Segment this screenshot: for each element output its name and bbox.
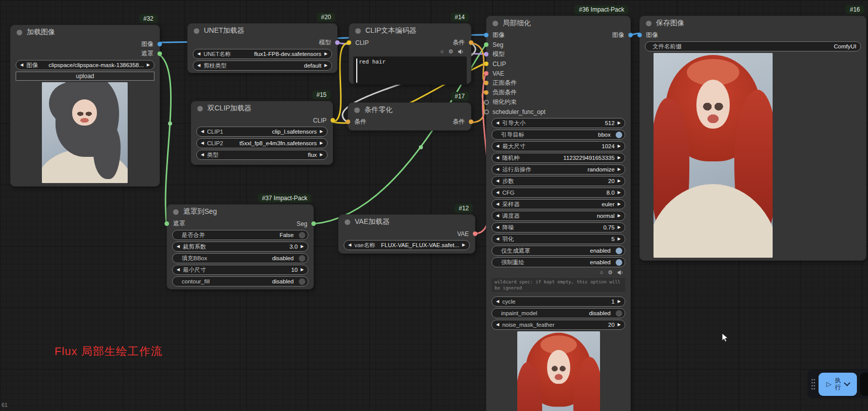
speaker-icon[interactable]	[458, 49, 464, 54]
next-arrow-icon[interactable]: ▶	[320, 130, 323, 134]
output-dot-model[interactable]	[335, 40, 340, 45]
prev-arrow-icon[interactable]: ◀	[496, 191, 499, 195]
input-dot-image[interactable]	[484, 33, 489, 37]
filename-prefix-widget[interactable]: 文件名前缀 ComfyUI	[645, 41, 861, 51]
next-arrow-icon[interactable]: ▶	[320, 141, 323, 145]
next-arrow-icon[interactable]: ▶	[301, 245, 304, 249]
toggle-knob[interactable]	[616, 132, 622, 138]
prev-arrow-icon[interactable]: ◀	[177, 245, 180, 249]
next-arrow-icon[interactable]: ▶	[618, 237, 621, 241]
next-arrow-icon[interactable]: ▶	[618, 323, 621, 327]
settings-gear-icon[interactable]: ⚙	[448, 48, 453, 55]
collapse-dot-icon[interactable]	[194, 28, 199, 34]
next-arrow-icon[interactable]: ▶	[324, 52, 328, 56]
node-vae-loader[interactable]: #12 VAE加载器 VAE ◀ vae名称 FLUX-VAE_FLUX-VAE…	[338, 214, 475, 254]
input-dot-clip[interactable]	[484, 62, 489, 66]
max-size-widget[interactable]: ◀ 最大尺寸 1024 ▶	[492, 141, 625, 151]
node-conditioning-zero-out[interactable]: #17 条件零化 条件 条件	[348, 102, 471, 131]
toggle-knob[interactable]	[299, 278, 305, 285]
scheduler-widget[interactable]: ◀ 调度器 normal ▶	[492, 211, 625, 221]
toggle-knob[interactable]	[299, 255, 305, 262]
prev-arrow-icon[interactable]: ◀	[496, 121, 499, 125]
next-arrow-icon[interactable]: ▶	[618, 144, 621, 148]
drop-size-widget[interactable]: ◀ 最小尺寸 10 ▶	[172, 265, 308, 275]
next-arrow-icon[interactable]: ▶	[618, 300, 621, 304]
next-arrow-icon[interactable]: ▶	[301, 268, 304, 272]
node-save-image[interactable]: #16 保存图像 图像 文件名前缀 ComfyUI	[639, 16, 866, 261]
input-dot-scheduler-func[interactable]	[484, 109, 489, 114]
prev-arrow-icon[interactable]: ◀	[496, 225, 499, 229]
prev-arrow-icon[interactable]: ◀	[197, 64, 200, 68]
next-arrow-icon[interactable]: ▶	[618, 167, 621, 171]
input-dot-model[interactable]	[484, 52, 489, 56]
node-mask-to-segs[interactable]: #37 Impact-Pack 遮罩到Seg 遮罩 Seg 是否合并 False…	[167, 204, 314, 289]
prompt-textarea[interactable]: red hair	[353, 56, 467, 85]
next-arrow-icon[interactable]: ▶	[147, 63, 150, 67]
prev-arrow-icon[interactable]: ◀	[201, 153, 204, 157]
chevron-down-icon[interactable]	[844, 380, 850, 386]
bbox-fill-toggle-widget[interactable]: 填充BBox disabled	[172, 253, 308, 263]
input-dot-conditioning[interactable]	[346, 120, 350, 124]
collapse-dot-icon[interactable]	[646, 21, 652, 26]
collapse-dot-icon[interactable]	[493, 21, 498, 26]
circle-icon[interactable]: ○	[440, 48, 444, 54]
next-arrow-icon[interactable]: ▶	[618, 156, 621, 160]
node-load-image[interactable]: #32 加载图像 图像 遮罩 ◀ 图像 clipspace/clipspace-…	[10, 25, 160, 187]
next-arrow-icon[interactable]: ▶	[618, 191, 621, 195]
input-dot-clip[interactable]	[347, 40, 351, 45]
toggle-knob[interactable]	[616, 259, 622, 266]
prev-arrow-icon[interactable]: ◀	[496, 300, 499, 304]
denoise-widget[interactable]: ◀ 降噪 0.75 ▶	[492, 222, 625, 232]
circle-icon[interactable]: ○	[600, 269, 603, 275]
prev-arrow-icon[interactable]: ◀	[201, 141, 204, 145]
node-clip-text-encoder[interactable]: #14 CLIP文本编码器 CLIP 条件 ○ ⚙ red hair	[349, 23, 471, 84]
image-select-widget[interactable]: ◀ 图像 clipspace/clipspace-mask-1386358...…	[16, 60, 154, 70]
node-dual-clip-loader[interactable]: #15 双CLIP加载器 CLIP ◀ CLIP1 clip_l.safeten…	[191, 101, 333, 165]
input-dot-vae[interactable]	[484, 71, 489, 76]
input-dot-negative[interactable]	[484, 90, 489, 95]
prev-arrow-icon[interactable]: ◀	[496, 144, 499, 148]
sampler-widget[interactable]: ◀ 采样器 euler ▶	[492, 199, 625, 209]
input-dot-segs[interactable]	[484, 42, 489, 47]
type-widget[interactable]: ◀ 类型 flux ▶	[196, 150, 328, 160]
prev-arrow-icon[interactable]: ◀	[496, 237, 499, 241]
node-unet-loader[interactable]: #20 UNET加载器 模型 ◀ UNET名称 flux1-FP8-dev.sa…	[187, 23, 338, 73]
cfg-widget[interactable]: ◀ CFG 8.0 ▶	[492, 188, 625, 198]
output-dot-mask[interactable]	[157, 51, 162, 56]
upload-button[interactable]: upload	[16, 72, 154, 81]
next-arrow-icon[interactable]: ▶	[618, 202, 621, 206]
collapse-dot-icon[interactable]	[197, 106, 203, 111]
wildcard-textarea[interactable]: wildcard spec: if kept empty, this optio…	[492, 278, 625, 292]
drag-handle-icon[interactable]	[811, 379, 816, 390]
clip1-widget[interactable]: ◀ CLIP1 clip_l.safetensors ▶	[196, 127, 328, 137]
guide-size-for-toggle-widget[interactable]: 引导目标 bbox	[492, 130, 625, 140]
speaker-icon[interactable]	[617, 270, 623, 275]
noise-mask-toggle-widget[interactable]: 仅生成遮罩 enabled	[492, 246, 625, 256]
prev-arrow-icon[interactable]: ◀	[177, 268, 180, 272]
cycle-widget[interactable]: ◀ cycle 1 ▶	[492, 297, 625, 307]
next-arrow-icon[interactable]: ▶	[320, 153, 323, 157]
input-dot-detailer-hook[interactable]	[484, 100, 489, 105]
unet-name-widget[interactable]: ◀ UNET名称 flux1-FP8-dev.safetensors ▶	[193, 49, 332, 59]
vae-name-widget[interactable]: ◀ vae名称 FLUX-VAE_FLUX-VAE.safet... ▶	[344, 240, 470, 250]
inpaint-model-toggle-widget[interactable]: inpaint_model disabled	[492, 308, 625, 318]
prev-arrow-icon[interactable]: ◀	[496, 156, 499, 160]
next-arrow-icon[interactable]: ▶	[462, 243, 465, 247]
contour-fill-toggle-widget[interactable]: contour_fill disabled	[172, 276, 308, 286]
collapse-dot-icon[interactable]	[345, 219, 350, 225]
weight-dtype-widget[interactable]: ◀ 剪枝类型 default ▶	[193, 61, 332, 71]
output-dot-clip[interactable]	[331, 118, 335, 123]
control-after-generate-widget[interactable]: ◀ 运行后操作 randomize ▶	[492, 164, 625, 174]
settings-gear-icon[interactable]: ⚙	[608, 269, 613, 276]
prev-arrow-icon[interactable]: ◀	[197, 52, 200, 56]
input-dot-positive[interactable]	[484, 81, 489, 85]
next-arrow-icon[interactable]: ▶	[618, 121, 621, 125]
feather-widget[interactable]: ◀ 羽化 5 ▶	[492, 234, 625, 244]
output-dot-conditioning[interactable]	[469, 120, 473, 124]
collapse-dot-icon[interactable]	[17, 30, 22, 35]
force-inpaint-toggle-widget[interactable]: 强制重绘 enabled	[492, 257, 625, 267]
prev-arrow-icon[interactable]: ◀	[496, 167, 499, 171]
prev-arrow-icon[interactable]: ◀	[496, 179, 499, 183]
next-arrow-icon[interactable]: ▶	[618, 225, 621, 229]
noise-mask-feather-widget[interactable]: ◀ noise_mask_feather 20 ▶	[492, 320, 625, 330]
